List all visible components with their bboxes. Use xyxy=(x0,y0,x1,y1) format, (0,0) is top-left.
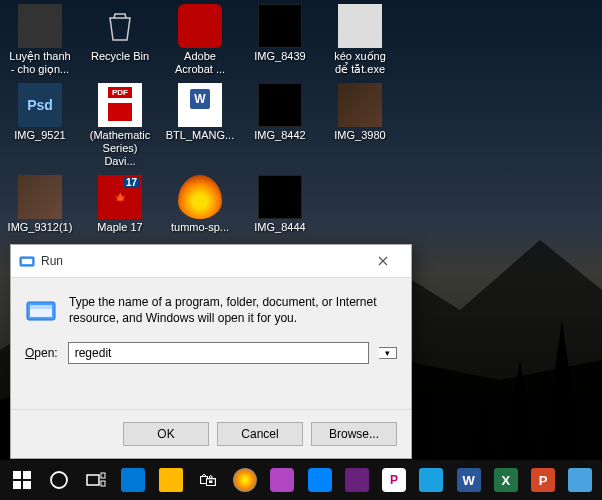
svg-rect-11 xyxy=(101,481,105,486)
close-button[interactable] xyxy=(363,251,403,271)
pdf-icon xyxy=(98,83,142,127)
icon-label: IMG_9521 xyxy=(14,129,65,142)
svg-rect-7 xyxy=(23,481,31,489)
app-icon xyxy=(270,468,294,492)
taskbar-app[interactable] xyxy=(302,460,337,500)
taskview-button[interactable] xyxy=(79,460,114,500)
image-icon xyxy=(258,4,302,48)
fire-icon xyxy=(178,175,222,219)
audio-icon xyxy=(18,4,62,48)
taskbar-app[interactable] xyxy=(414,460,449,500)
icon-label: Maple 17 xyxy=(97,221,142,234)
folder-icon xyxy=(159,468,183,492)
icon-label: tummo-sp... xyxy=(171,221,229,234)
browse-button[interactable]: Browse... xyxy=(311,422,397,446)
desktop-icon[interactable]: IMG_8442 xyxy=(248,83,312,167)
cancel-button[interactable]: Cancel xyxy=(217,422,303,446)
word-doc-icon xyxy=(178,83,222,127)
edge-icon xyxy=(121,468,145,492)
icon-label: Recycle Bin xyxy=(91,50,149,63)
taskbar-word[interactable]: W xyxy=(451,460,486,500)
image-icon xyxy=(258,175,302,219)
svg-rect-4 xyxy=(13,471,21,479)
app-icon xyxy=(233,468,257,492)
open-label: Open: xyxy=(25,346,58,360)
desktop-icon[interactable]: IMG_8444 xyxy=(248,175,312,234)
run-app-icon xyxy=(19,253,35,269)
desktop-icon[interactable]: tummo-sp... xyxy=(168,175,232,234)
taskbar-store[interactable]: 🛍 xyxy=(190,460,225,500)
dropdown-button[interactable]: ▾ xyxy=(379,347,397,359)
icon-label: Luyện thanh - cho giọn... xyxy=(8,50,72,75)
icon-label: kéo xuống để tắt.exe xyxy=(328,50,392,75)
desktop-icon[interactable]: IMG_8439 xyxy=(248,4,312,75)
psd-icon: Psd xyxy=(18,83,62,127)
app-icon xyxy=(308,468,332,492)
cortana-icon xyxy=(47,468,71,492)
svg-point-8 xyxy=(51,472,67,488)
icon-label: IMG_8439 xyxy=(254,50,305,63)
svg-rect-10 xyxy=(101,473,105,478)
image-icon xyxy=(338,83,382,127)
powerpoint-icon: P xyxy=(531,468,555,492)
taskbar-app[interactable] xyxy=(265,460,300,500)
close-icon xyxy=(378,256,388,266)
recycle-bin-icon xyxy=(98,4,142,48)
run-input[interactable] xyxy=(68,342,369,364)
taskview-icon xyxy=(84,468,108,492)
image-icon xyxy=(258,83,302,127)
ok-button[interactable]: OK xyxy=(123,422,209,446)
icon-row-3: IMG_9312(1) 🍁 Maple 17 tummo-sp... IMG_8… xyxy=(8,175,594,234)
store-icon: 🛍 xyxy=(196,468,220,492)
start-button[interactable] xyxy=(4,460,39,500)
app-icon xyxy=(568,468,592,492)
desktop-icon[interactable]: BTL_MANG... xyxy=(168,83,232,167)
desktop-icon[interactable]: IMG_3980 xyxy=(328,83,392,167)
chevron-down-icon: ▾ xyxy=(385,348,390,358)
icon-label: IMG_3980 xyxy=(334,129,385,142)
icon-label: (Mathematic Series) Davi... xyxy=(88,129,152,167)
cortana-button[interactable] xyxy=(41,460,76,500)
run-title: Run xyxy=(41,254,363,268)
icon-row-2: Psd IMG_9521 (Mathematic Series) Davi...… xyxy=(8,83,594,167)
taskbar-explorer[interactable] xyxy=(153,460,188,500)
icon-label: IMG_8444 xyxy=(254,221,305,234)
svg-rect-1 xyxy=(22,259,32,264)
svg-rect-9 xyxy=(87,475,99,485)
run-titlebar[interactable]: Run xyxy=(11,245,411,278)
desktop-icon[interactable]: kéo xuống để tắt.exe xyxy=(328,4,392,75)
image-icon xyxy=(18,175,62,219)
taskbar-vs[interactable] xyxy=(339,460,374,500)
desktop-icon[interactable]: (Mathematic Series) Davi... xyxy=(88,83,152,167)
taskbar-ppt[interactable]: P xyxy=(526,460,561,500)
taskbar-app[interactable]: P xyxy=(377,460,412,500)
taskbar-edge[interactable] xyxy=(116,460,151,500)
maple-icon: 🍁 xyxy=(98,175,142,219)
icon-label: BTL_MANG... xyxy=(166,129,234,142)
desktop-icon[interactable]: Luyện thanh - cho giọn... xyxy=(8,4,72,75)
visualstudio-icon xyxy=(345,468,369,492)
excel-icon: X xyxy=(494,468,518,492)
word-icon: W xyxy=(457,468,481,492)
desktop-icon[interactable]: Psd IMG_9521 xyxy=(8,83,72,167)
icon-row-1: Luyện thanh - cho giọn... Recycle Bin Ad… xyxy=(8,4,594,75)
taskbar-app[interactable] xyxy=(563,460,598,500)
run-icon xyxy=(25,294,57,326)
svg-rect-6 xyxy=(13,481,21,489)
taskbar-app[interactable] xyxy=(228,460,263,500)
icon-label: IMG_8442 xyxy=(254,129,305,142)
taskbar-excel[interactable]: X xyxy=(488,460,523,500)
desktop-icon-recycle[interactable]: Recycle Bin xyxy=(88,4,152,75)
icon-label: Adobe Acrobat ... xyxy=(168,50,232,75)
picsart-icon: P xyxy=(382,468,406,492)
acrobat-icon xyxy=(178,4,222,48)
desktop-icon[interactable]: IMG_9312(1) xyxy=(8,175,72,234)
app-icon xyxy=(419,468,443,492)
windows-icon xyxy=(13,471,31,489)
svg-rect-5 xyxy=(23,471,31,479)
desktop-icon-acrobat[interactable]: Adobe Acrobat ... xyxy=(168,4,232,75)
exe-icon xyxy=(338,4,382,48)
run-description: Type the name of a program, folder, docu… xyxy=(69,294,397,326)
desktop-icon[interactable]: 🍁 Maple 17 xyxy=(88,175,152,234)
taskbar: 🛍 P W X P xyxy=(0,460,602,500)
